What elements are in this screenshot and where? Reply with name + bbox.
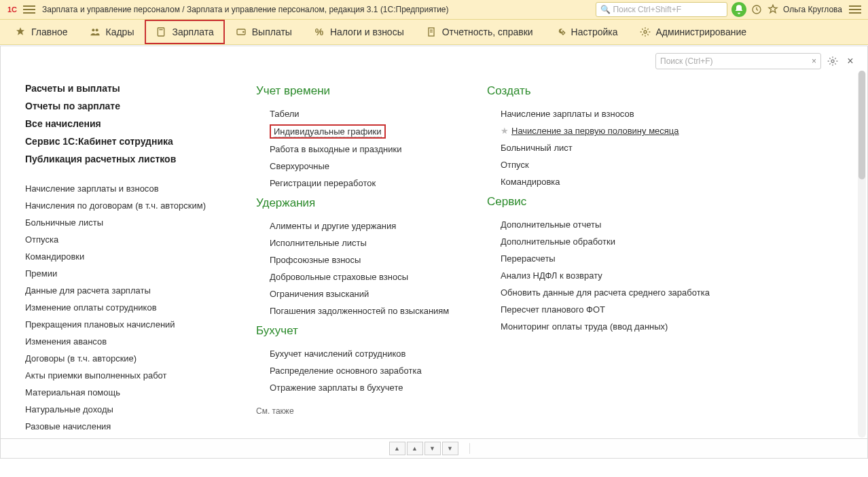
link-item[interactable]: Больничные листы <box>25 216 229 229</box>
link-item[interactable]: Отпуск <box>501 158 718 171</box>
link-item[interactable]: Пересчет планового ФОТ <box>501 303 718 316</box>
current-user[interactable]: Ольга Круглова <box>783 5 842 14</box>
section-panel: Поиск (Ctrl+F) × × Расчеты и выплаты Отч… <box>0 46 868 459</box>
link-tabeli[interactable]: Табели <box>270 107 460 120</box>
link-item[interactable]: Профсоюзные взносы <box>270 253 460 266</box>
logo-1c: 1C <box>4 3 20 16</box>
link-item[interactable]: Начисление зарплаты и взносов <box>501 107 718 120</box>
panel-settings-icon[interactable] <box>827 55 839 67</box>
section-sozdat: Создать <box>487 82 718 103</box>
link-item[interactable]: Больничный лист <box>501 141 718 154</box>
favorite-star-icon[interactable]: ★ <box>501 126 509 136</box>
link-item[interactable]: Изменение оплаты сотрудников <box>25 301 229 314</box>
link-item[interactable]: Анализ НДФЛ к возврату <box>501 269 718 282</box>
link-servis-kabinet[interactable]: Сервис 1С:Кабинет сотрудника <box>25 135 229 148</box>
link-item[interactable]: Дополнительные отчеты <box>501 218 718 231</box>
right-column: Создать Начисление зарплаты и взносов ★ … <box>487 82 718 442</box>
svg-point-14 <box>831 60 834 63</box>
svg-point-1 <box>92 29 94 31</box>
percent-icon: % <box>314 26 325 37</box>
nav-label: Налоги и взносы <box>330 26 404 37</box>
document-icon <box>426 26 437 37</box>
link-item[interactable]: Мониторинг оплаты труда (ввод данных) <box>501 320 718 333</box>
link-rabota-vyhodnye[interactable]: Работа в выходные и праздники <box>270 143 460 156</box>
section-uderzhaniya: Удержания <box>256 194 460 215</box>
scroll-top-button[interactable]: ▲ <box>389 442 405 455</box>
window-menu-icon[interactable] <box>849 5 861 14</box>
link-sverhurochnye[interactable]: Сверхурочные <box>270 160 460 173</box>
link-item[interactable]: Алименты и другие удержания <box>270 219 460 232</box>
scrollbar[interactable] <box>858 71 866 438</box>
left-column: Расчеты и выплаты Отчеты по зарплате Все… <box>25 82 229 442</box>
link-item[interactable]: Прекращения плановых начислений <box>25 318 229 331</box>
link-item[interactable]: Добровольные страховые взносы <box>270 270 460 283</box>
link-item[interactable]: Командировки <box>25 250 229 263</box>
link-item[interactable]: Распределение основного заработка <box>270 364 460 377</box>
nav-nalogi[interactable]: % Налоги и взносы <box>303 20 415 44</box>
link-nachislenie-pervaya-polovina[interactable]: Начисление за первую половину месяца <box>511 124 679 137</box>
nav-zarplata[interactable]: Зарплата <box>145 20 224 44</box>
scroll-thumb[interactable] <box>858 71 865 179</box>
link-item[interactable]: Начисление зарплаты и взносов <box>25 182 229 195</box>
link-item[interactable]: Обновить данные для расчета среднего зар… <box>501 286 718 299</box>
nav-vyplaty[interactable]: Выплаты <box>225 20 303 44</box>
svg-point-13 <box>644 31 647 33</box>
close-panel-icon[interactable]: × <box>844 55 856 67</box>
link-item[interactable]: Натуральные доходы <box>25 403 229 416</box>
nav-kadry[interactable]: Кадры <box>79 20 145 44</box>
nav-otchetnost[interactable]: Отчетность, справки <box>415 20 544 44</box>
see-also-label: См. также <box>256 398 460 416</box>
link-item[interactable]: Изменения авансов <box>25 335 229 348</box>
notifications-bell-icon[interactable] <box>731 2 746 17</box>
wrench-icon <box>555 26 566 37</box>
link-item[interactable]: Исполнительные листы <box>270 236 460 249</box>
svg-rect-3 <box>158 28 164 36</box>
link-item[interactable]: Акты приемки выполненных работ <box>25 369 229 382</box>
nav-label: Отчетность, справки <box>442 26 533 37</box>
link-item[interactable]: Бухучет начислений сотрудников <box>270 347 460 360</box>
link-otchety-zarplata[interactable]: Отчеты по зарплате <box>25 99 229 113</box>
scroll-down-button[interactable]: ▼ <box>424 442 441 455</box>
link-raschety-vyplaty[interactable]: Расчеты и выплаты <box>25 82 229 95</box>
link-item[interactable]: Начисления по договорам (в т.ч. авторски… <box>25 199 229 212</box>
link-item[interactable]: Перерасчеты <box>501 252 718 265</box>
nav-nastroyka[interactable]: Настройка <box>544 20 629 44</box>
link-item[interactable]: Командировка <box>501 175 718 188</box>
nav-main[interactable]: Главное <box>4 20 79 44</box>
link-item[interactable]: Отпуска <box>25 233 229 246</box>
link-item[interactable]: Данные для расчета зарплаты <box>25 284 229 297</box>
nav-label: Зарплата <box>172 26 213 37</box>
search-icon: 🔍 <box>600 5 611 14</box>
highlighted-link-individ-grafiki[interactable]: Индивидуальные графики <box>270 124 386 139</box>
svg-point-9 <box>242 31 243 32</box>
scroll-up-button[interactable]: ▲ <box>407 442 423 455</box>
people-icon <box>90 26 101 37</box>
main-navbar: Главное Кадры Зарплата Выплаты % Налоги … <box>0 20 868 45</box>
nav-label: Кадры <box>106 26 134 37</box>
link-publikatsiya-listkov[interactable]: Публикация расчетных листков <box>25 152 229 166</box>
link-registratsii[interactable]: Регистрации переработок <box>270 177 460 190</box>
hamburger-icon[interactable] <box>23 5 35 14</box>
panel-search-input[interactable]: Поиск (Ctrl+F) × <box>655 53 821 69</box>
global-search-input[interactable]: 🔍 Поиск Ctrl+Shift+F <box>596 2 727 17</box>
link-item[interactable]: Ограничения взысканий <box>270 287 460 300</box>
link-item[interactable]: Материальная помощь <box>25 386 229 399</box>
middle-column: Учет времени Табели Индивидуальные графи… <box>256 82 460 442</box>
link-item[interactable]: Дополнительные обработки <box>501 235 718 248</box>
link-item[interactable]: Договоры (в т.ч. авторские) <box>25 352 229 365</box>
history-icon[interactable] <box>751 3 763 16</box>
link-item[interactable]: Премии <box>25 267 229 280</box>
nav-admin[interactable]: Администрирование <box>629 20 758 44</box>
link-vse-nachisleniya[interactable]: Все начисления <box>25 117 229 130</box>
search-placeholder: Поиск Ctrl+Shift+F <box>613 5 681 14</box>
favorite-star-icon[interactable] <box>767 3 779 16</box>
link-item[interactable]: Отражение зарплаты в бухучете <box>270 381 460 394</box>
link-item[interactable]: Разовые начисления <box>25 420 229 433</box>
titlebar: 1C Зарплата и управление персоналом / За… <box>0 0 868 20</box>
clear-search-icon[interactable]: × <box>812 56 816 66</box>
scroll-bottom-button[interactable]: ▼ <box>442 442 458 455</box>
nav-label: Выплаты <box>252 26 292 37</box>
link-item[interactable]: Погашения задолженностей по взысканиям <box>270 304 460 317</box>
section-uchet-vremeni: Учет времени <box>256 82 460 103</box>
nav-label: Администрирование <box>656 26 747 37</box>
